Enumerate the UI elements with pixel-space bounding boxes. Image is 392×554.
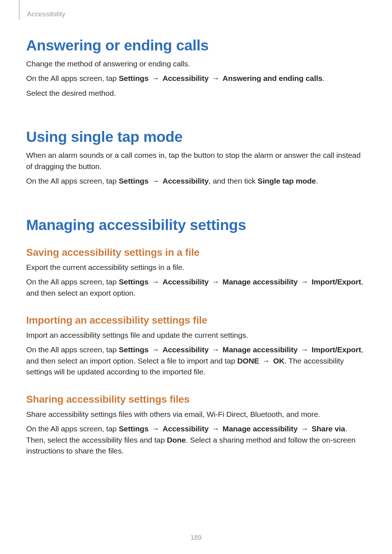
- arrow-icon: →: [148, 74, 162, 82]
- nav-settings: Settings: [119, 345, 148, 354]
- para-single-tap-desc: When an alarm sounds or a call comes in,…: [26, 150, 367, 172]
- para-change-method: Change the method of answering or ending…: [26, 58, 367, 69]
- para-nav-answering: On the All apps screen, tap Settings → A…: [26, 73, 367, 84]
- nav-single-tap-mode: Single tap mode: [258, 177, 316, 185]
- heading-answering-ending-calls: Answering or ending calls: [26, 37, 367, 54]
- arrow-icon: →: [209, 424, 222, 433]
- nav-settings: Settings: [119, 424, 148, 433]
- running-head: Accessibility: [27, 10, 367, 18]
- nav-manage-accessibility: Manage accessibility: [222, 345, 298, 354]
- nav-accessibility: Accessibility: [163, 74, 209, 82]
- nav-import-export: Import/Export: [311, 345, 361, 354]
- text: On the All apps screen, tap: [26, 74, 119, 82]
- para-export-desc: Export the current accessibility setting…: [26, 262, 367, 273]
- nav-settings: Settings: [119, 278, 148, 286]
- arrow-icon: →: [298, 278, 311, 286]
- para-nav-single-tap: On the All apps screen, tap Settings → A…: [26, 176, 367, 186]
- nav-ok: OK: [273, 357, 284, 365]
- subheading-sharing-files: Sharing accessibility settings files: [26, 394, 367, 405]
- text: .: [322, 74, 324, 82]
- text: On the All apps screen, tap: [26, 345, 119, 354]
- nav-share-via: Share via: [311, 424, 345, 433]
- arrow-icon: →: [298, 424, 311, 433]
- nav-manage-accessibility: Manage accessibility: [222, 424, 298, 433]
- arrow-icon: →: [148, 345, 162, 354]
- nav-manage-accessibility: Manage accessibility: [222, 278, 298, 286]
- nav-accessibility: Accessibility: [163, 345, 209, 354]
- nav-settings: Settings: [119, 177, 148, 185]
- arrow-icon: →: [209, 74, 222, 82]
- heading-managing-accessibility: Managing accessibility settings: [26, 217, 367, 234]
- nav-accessibility: Accessibility: [163, 177, 209, 185]
- text: On the All apps screen, tap: [26, 177, 119, 185]
- heading-single-tap-mode: Using single tap mode: [26, 128, 367, 145]
- nav-settings: Settings: [119, 74, 148, 82]
- nav-accessibility: Accessibility: [163, 424, 209, 433]
- arrow-icon: →: [259, 357, 273, 365]
- nav-done: Done: [167, 436, 186, 444]
- subheading-saving-file: Saving accessibility settings in a file: [26, 247, 367, 258]
- text: On the All apps screen, tap: [26, 278, 119, 286]
- arrow-icon: →: [148, 278, 162, 286]
- page-number: 189: [0, 534, 392, 542]
- nav-done: DONE: [237, 357, 259, 365]
- arrow-icon: →: [209, 278, 222, 286]
- arrow-icon: →: [148, 424, 162, 433]
- text: .: [316, 177, 318, 185]
- subheading-importing-file: Importing an accessibility settings file: [26, 315, 367, 326]
- manual-page: Accessibility Answering or ending calls …: [0, 0, 392, 554]
- nav-answering-ending: Answering and ending calls: [222, 74, 322, 82]
- header-divider: [19, 0, 20, 20]
- nav-import-export: Import/Export: [311, 278, 361, 286]
- para-nav-import: On the All apps screen, tap Settings → A…: [26, 344, 367, 377]
- text: On the All apps screen, tap: [26, 424, 119, 433]
- para-nav-share: On the All apps screen, tap Settings → A…: [26, 423, 367, 456]
- nav-accessibility: Accessibility: [163, 278, 209, 286]
- arrow-icon: →: [209, 345, 222, 354]
- para-import-desc: Import an accessibility settings file an…: [26, 330, 367, 341]
- arrow-icon: →: [148, 177, 162, 185]
- arrow-icon: →: [298, 345, 311, 354]
- para-nav-export: On the All apps screen, tap Settings → A…: [26, 276, 367, 299]
- running-head-text: Accessibility: [27, 10, 65, 18]
- para-select-method: Select the desired method.: [26, 88, 367, 99]
- text: , and then tick: [209, 177, 258, 185]
- para-share-desc: Share accessibility settings files with …: [26, 409, 367, 420]
